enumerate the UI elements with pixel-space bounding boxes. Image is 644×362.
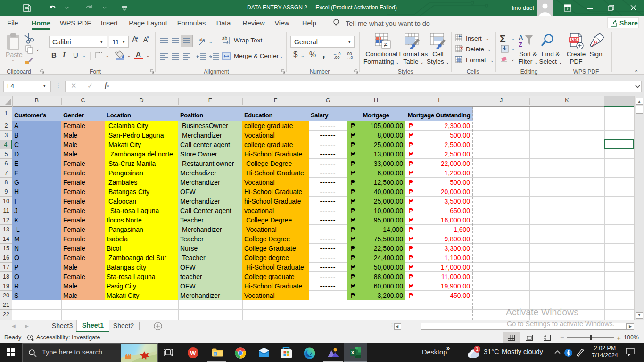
svg-text:ab: ab	[199, 37, 204, 42]
svg-text:→.0: →.0	[345, 55, 353, 59]
svg-text:Z: Z	[519, 41, 522, 48]
svg-text:ab: ab	[222, 36, 228, 41]
svg-text:X: X	[351, 350, 355, 355]
svg-text:A: A	[519, 34, 523, 41]
svg-text:PDF: PDF	[570, 37, 579, 42]
svg-text:≠: ≠	[384, 41, 387, 48]
svg-text:.00: .00	[334, 55, 340, 59]
